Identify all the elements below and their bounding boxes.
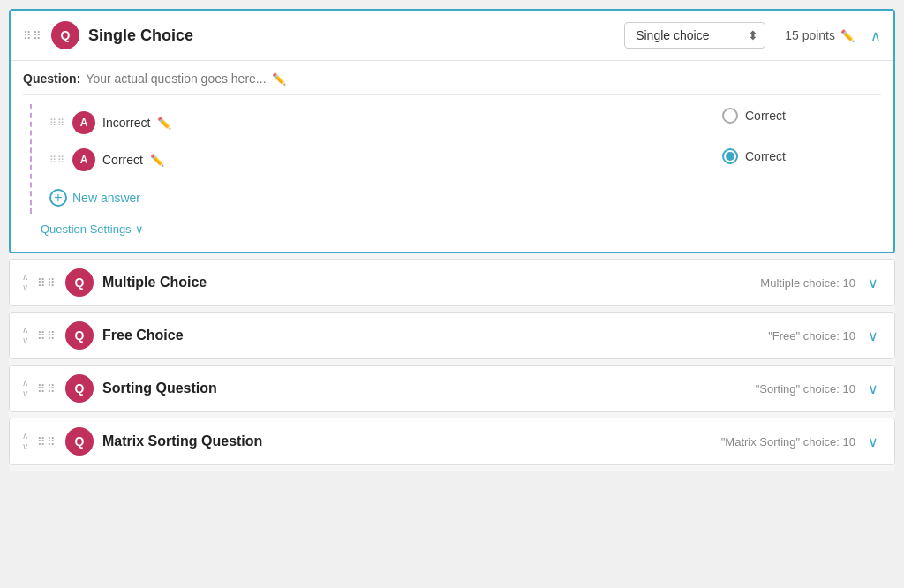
question-title: Single Choice: [88, 26, 615, 45]
collapsed-row-2: ∧ ∨ ⠿⠿ Q Multiple Choice Multiple choice…: [10, 260, 894, 305]
plus-circle-icon: +: [49, 189, 67, 207]
card-body: Question: Your actual question goes here…: [11, 60, 893, 252]
expand-button-4[interactable]: ∨: [864, 381, 882, 397]
collapsed-title-5: Matrix Sorting Question: [102, 433, 712, 449]
radio-unchecked-icon[interactable]: [722, 108, 738, 124]
correct-option-2[interactable]: Correct: [722, 148, 881, 164]
q-badge-3: Q: [65, 321, 94, 350]
question-text-value: Your actual question goes here...: [86, 72, 266, 86]
up-down-arrows-2[interactable]: ∧ ∨: [22, 272, 28, 293]
question-settings-row: Question Settings ∨: [23, 214, 881, 239]
drag-handle[interactable]: ⠿⠿: [23, 29, 42, 42]
collapsed-row-4: ∧ ∨ ⠿⠿ Q Sorting Question "Sorting" choi…: [10, 366, 894, 411]
answer-badge-2: A: [72, 148, 95, 171]
new-answer-label: New answer: [72, 191, 140, 205]
type-select-wrapper: Single choice Multiple choice Free choic…: [624, 22, 765, 49]
edit-answer-2-icon[interactable]: ✏️: [150, 154, 164, 167]
answer-drag-handle[interactable]: ⠿⠿: [49, 117, 65, 129]
up-down-arrows-5[interactable]: ∧ ∨: [22, 431, 28, 452]
collapsed-header-2: ∧ ∨ ⠿⠿ Q Multiple Choice Multiple choice…: [10, 268, 894, 297]
collapsed-title-4: Sorting Question: [102, 381, 747, 396]
settings-label: Question Settings: [41, 222, 132, 236]
correct-text-2: Correct: [745, 149, 786, 163]
points-value: 15 points: [785, 28, 835, 42]
question-line: Question: Your actual question goes here…: [23, 61, 881, 95]
answer-row-2: ⠿⠿ A Correct ✏️: [49, 141, 722, 178]
up-down-arrows-3[interactable]: ∧ ∨: [22, 325, 28, 346]
drag-handle-2[interactable]: ⠿⠿: [37, 276, 56, 290]
drag-handle-3[interactable]: ⠿⠿: [37, 329, 56, 343]
expand-button-2[interactable]: ∨: [864, 275, 882, 291]
q-badge: Q: [51, 21, 79, 49]
quiz-container: ⠿⠿ Q Single Choice Single choice Multipl…: [9, 9, 895, 471]
settings-chevron-icon: ∨: [135, 222, 144, 236]
correct-text-1: Correct: [745, 109, 786, 123]
answers-left: ⠿⠿ A Incorrect ✏️ ⠿⠿ A Correct ✏️ +: [32, 104, 722, 214]
edit-points-icon[interactable]: ✏️: [840, 29, 855, 42]
card-header: ⠿⠿ Q Single Choice Single choice Multipl…: [11, 11, 893, 60]
answer-text-2: Correct: [102, 153, 143, 167]
drag-handle-5[interactable]: ⠿⠿: [37, 435, 56, 449]
question-card-multiple-choice: ∧ ∨ ⠿⠿ Q Multiple Choice Multiple choice…: [9, 259, 895, 306]
q-badge-4: Q: [65, 374, 94, 403]
answer-2-drag-handle[interactable]: ⠿⠿: [49, 155, 65, 166]
correct-option-1[interactable]: Correct: [722, 108, 881, 124]
answer-text-1: Incorrect: [102, 116, 150, 130]
question-label: Question:: [23, 72, 80, 86]
type-info-3: "Free" choice: 10: [768, 329, 855, 343]
edit-answer-1-icon[interactable]: ✏️: [157, 117, 171, 130]
collapsed-header-4: ∧ ∨ ⠿⠿ Q Sorting Question "Sorting" choi…: [10, 374, 894, 403]
type-info-2: Multiple choice: 10: [760, 276, 855, 290]
question-card-matrix-sorting: ∧ ∨ ⠿⠿ Q Matrix Sorting Question "Matrix…: [9, 418, 895, 465]
collapsed-header-3: ∧ ∨ ⠿⠿ Q Free Choice "Free" choice: 10 ∨: [10, 321, 894, 350]
answer-row: ⠿⠿ A Incorrect ✏️: [49, 104, 722, 141]
question-card-sorting: ∧ ∨ ⠿⠿ Q Sorting Question "Sorting" choi…: [9, 365, 895, 412]
q-badge-5: Q: [65, 427, 94, 456]
collapse-button[interactable]: ∧: [870, 27, 881, 44]
answer-badge: A: [72, 111, 95, 134]
collapsed-title-3: Free Choice: [102, 328, 759, 343]
type-info-5: "Matrix Sorting" choice: 10: [721, 435, 855, 449]
collapsed-title-2: Multiple Choice: [102, 275, 751, 290]
type-info-4: "Sorting" choice: 10: [756, 382, 855, 396]
type-select[interactable]: Single choice Multiple choice Free choic…: [624, 22, 765, 49]
question-settings-button[interactable]: Question Settings ∨: [41, 222, 144, 236]
new-answer-button[interactable]: + New answer: [49, 182, 140, 214]
question-card-free-choice: ∧ ∨ ⠿⠿ Q Free Choice "Free" choice: 10 ∨: [9, 312, 895, 359]
edit-question-icon[interactable]: ✏️: [272, 72, 286, 86]
points-area: 15 points ✏️: [785, 28, 855, 42]
expand-button-3[interactable]: ∨: [864, 328, 882, 344]
up-down-arrows-4[interactable]: ∧ ∨: [22, 378, 28, 399]
drag-handle-4[interactable]: ⠿⠿: [37, 382, 56, 396]
q-badge-2: Q: [65, 268, 94, 297]
collapsed-row-3: ∧ ∨ ⠿⠿ Q Free Choice "Free" choice: 10 ∨: [10, 313, 894, 358]
answers-right: Correct Correct: [722, 104, 881, 214]
collapsed-row-5: ∧ ∨ ⠿⠿ Q Matrix Sorting Question "Matrix…: [10, 418, 894, 464]
radio-checked-icon[interactable]: [722, 148, 738, 164]
collapsed-header-5: ∧ ∨ ⠿⠿ Q Matrix Sorting Question "Matrix…: [10, 427, 894, 456]
answers-section: ⠿⠿ A Incorrect ✏️ ⠿⠿ A Correct ✏️ +: [23, 104, 881, 214]
expand-button-5[interactable]: ∨: [864, 433, 882, 450]
question-card-single-choice: ⠿⠿ Q Single Choice Single choice Multipl…: [9, 9, 895, 253]
